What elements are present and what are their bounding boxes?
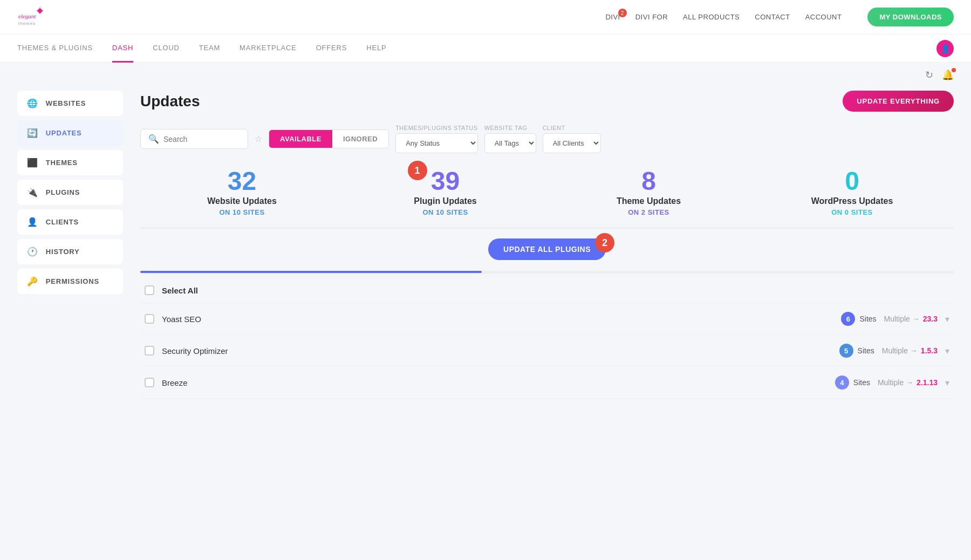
nav-divi-for[interactable]: DIVI FOR	[635, 13, 668, 21]
security-version: Multiple → 1.5.3	[882, 346, 938, 355]
sidebar: 🌐 WEBSITES 🔄 UPDATES ⬛ THEMES 🔌 PLUGINS …	[17, 84, 136, 399]
yoast-version: Multiple → 23.3	[884, 315, 938, 323]
tab-group: AVAILABLE IGNORED	[269, 129, 389, 148]
search-input[interactable]	[163, 135, 240, 144]
top-nav: elegant themes DIVI 2 DIVI FOR ALL PRODU…	[0, 0, 971, 35]
website-updates-label: Website Updates	[207, 196, 277, 206]
subnav-marketplace[interactable]: MARKETPLACE	[240, 35, 297, 63]
sidebar-item-permissions[interactable]: 🔑 PERMISSIONS	[17, 269, 123, 294]
plugin-updates-number: 39	[431, 168, 460, 194]
toolbar-row: ↻ 🔔	[0, 63, 971, 84]
avatar[interactable]: 👤	[936, 40, 954, 57]
refresh-icon[interactable]: ↻	[925, 69, 933, 81]
breeze-chevron[interactable]: ▾	[945, 378, 949, 388]
subnav-team[interactable]: TEAM	[199, 35, 220, 63]
update-bar-row: UPDATE ALL PLUGINS 2	[140, 229, 954, 274]
subnav-themes-plugins[interactable]: THEMES & PLUGINS	[17, 35, 93, 63]
stat-wp-updates: 0 WordPress Updates ON 0 SITES	[750, 168, 954, 216]
wp-updates-label: WordPress Updates	[811, 196, 893, 206]
tab-ignored[interactable]: IGNORED	[332, 130, 388, 148]
breeze-version: Multiple → 2.1.13	[878, 378, 938, 387]
nav-all-products[interactable]: ALL PRODUCTS	[683, 13, 740, 21]
notification-dot	[952, 68, 956, 72]
progress-bar-bg	[140, 271, 954, 273]
sidebar-item-history[interactable]: 🕐 HISTORY	[17, 239, 123, 264]
wp-updates-number: 0	[845, 168, 859, 194]
yoast-sites: 6 Sites	[841, 312, 876, 326]
tag-select[interactable]: All Tags	[484, 133, 536, 153]
status-filter-group: THEMES/PLUGINS STATUS Any Status	[395, 125, 478, 153]
search-icon: 🔍	[148, 134, 159, 144]
sidebar-item-clients[interactable]: 👤 CLIENTS	[17, 209, 123, 235]
globe-icon: 🌐	[27, 98, 38, 108]
tag-label: WEBSITE TAG	[484, 125, 536, 131]
client-label: CLIENT	[543, 125, 601, 131]
history-icon: 🕐	[27, 247, 38, 257]
breeze-checkbox[interactable]	[145, 378, 154, 387]
website-updates-sub: ON 10 SITES	[219, 208, 264, 216]
security-sites-label: Sites	[858, 346, 874, 355]
table-row: Security Optimizer 5 Sites Multiple → 1.…	[140, 335, 954, 367]
plugin-updates-label: Plugin Updates	[414, 196, 476, 206]
my-downloads-button[interactable]: MY DOWNLOADS	[867, 8, 954, 26]
yoast-site-count: 6	[841, 312, 855, 326]
main-content: Updates UPDATE EVERYTHING 🔍 ☆ AVAILABLE …	[136, 84, 954, 399]
yoast-checkbox[interactable]	[145, 314, 154, 324]
notification-icon[interactable]: 🔔	[942, 69, 954, 81]
theme-updates-sub: ON 2 SITES	[628, 208, 669, 216]
subnav-help[interactable]: HELP	[366, 35, 386, 63]
theme-updates-number: 8	[641, 168, 656, 194]
security-sites: 5 Sites	[839, 344, 874, 358]
sidebar-item-updates[interactable]: 🔄 UPDATES	[17, 120, 123, 146]
breeze-site-count: 4	[835, 375, 849, 390]
breeze-sites: 4 Sites	[835, 375, 870, 390]
plugin-list: Select All Yoast SEO 6 Sites Multiple → …	[140, 274, 954, 399]
svg-point-2	[38, 9, 42, 13]
nav-divi[interactable]: DIVI 2	[605, 13, 620, 21]
wp-updates-sub: ON 0 SITES	[831, 208, 873, 216]
update-everything-button[interactable]: UPDATE EVERYTHING	[843, 91, 954, 112]
stat-website-updates: 32 Website Updates ON 10 SITES	[140, 168, 344, 216]
divi-badge: 2	[618, 9, 627, 17]
subnav-cloud[interactable]: CLOUD	[153, 35, 180, 63]
sub-nav: THEMES & PLUGINS DASH CLOUD TEAM MARKETP…	[0, 35, 971, 63]
permissions-icon: 🔑	[27, 276, 38, 286]
client-select[interactable]: All Clients	[543, 133, 601, 153]
star-icon[interactable]: ☆	[255, 134, 262, 144]
nav-contact[interactable]: CONTACT	[755, 13, 790, 21]
table-row: Breeze 4 Sites Multiple → 2.1.13 ▾	[140, 367, 954, 399]
yoast-sites-label: Sites	[859, 315, 876, 323]
website-updates-number: 32	[228, 168, 256, 194]
sidebar-item-websites[interactable]: 🌐 WEBSITES	[17, 91, 123, 116]
security-site-count: 5	[839, 344, 853, 358]
breeze-name: Breeze	[162, 378, 828, 387]
client-filter-group: CLIENT All Clients	[543, 125, 601, 153]
select-all-checkbox[interactable]	[145, 285, 154, 295]
plugin-badge-1: 1	[408, 161, 427, 180]
plugin-updates-sub: ON 10 SITES	[422, 208, 468, 216]
nav-account[interactable]: ACCOUNT	[805, 13, 842, 21]
subnav-dash[interactable]: DASH	[112, 35, 133, 63]
logo: elegant themes	[17, 6, 45, 28]
stat-theme-updates: 8 Theme Updates ON 2 SITES	[547, 168, 750, 216]
sidebar-item-themes[interactable]: ⬛ THEMES	[17, 150, 123, 175]
yoast-chevron[interactable]: ▾	[945, 314, 949, 324]
status-select[interactable]: Any Status	[395, 133, 478, 153]
main-layout: 🌐 WEBSITES 🔄 UPDATES ⬛ THEMES 🔌 PLUGINS …	[0, 84, 971, 416]
content-header: Updates UPDATE EVERYTHING	[140, 91, 954, 112]
select-all-row: Select All	[140, 278, 954, 303]
clients-icon: 👤	[27, 217, 38, 227]
tab-available[interactable]: AVAILABLE	[269, 130, 332, 148]
status-label: THEMES/PLUGINS STATUS	[395, 125, 478, 131]
stats-row: 32 Website Updates ON 10 SITES 1 39 Plug…	[140, 168, 954, 229]
sidebar-item-plugins[interactable]: 🔌 PLUGINS	[17, 180, 123, 205]
table-row: Yoast SEO 6 Sites Multiple → 23.3 ▾	[140, 303, 954, 335]
subnav-offers[interactable]: OFFERS	[316, 35, 347, 63]
security-chevron[interactable]: ▾	[945, 346, 949, 356]
update-all-badge: 2	[595, 233, 614, 252]
svg-text:elegant: elegant	[18, 13, 36, 19]
security-checkbox[interactable]	[145, 346, 154, 356]
updates-icon: 🔄	[27, 128, 38, 138]
update-all-plugins-button[interactable]: UPDATE ALL PLUGINS	[488, 238, 606, 260]
select-all-label: Select All	[162, 286, 198, 295]
